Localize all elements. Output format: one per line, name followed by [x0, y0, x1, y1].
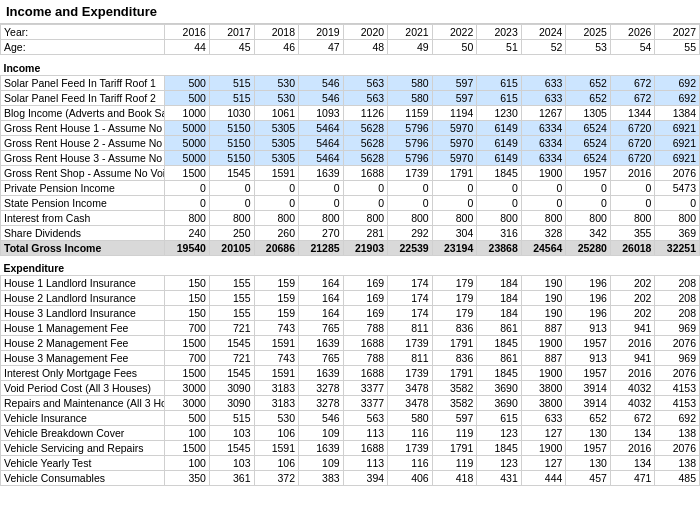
income-cell: 240	[165, 225, 210, 240]
income-row: Solar Panel Feed In Tariff Roof 25005155…	[1, 90, 700, 105]
expenditure-cell: 1591	[254, 336, 299, 351]
income-cell: 1500	[165, 165, 210, 180]
age-54: 54	[610, 40, 655, 55]
income-cell: 304	[432, 225, 477, 240]
expenditure-cell: 580	[388, 411, 433, 426]
expenditure-cell: 350	[165, 471, 210, 486]
income-cell: 5150	[209, 135, 254, 150]
income-cell: 515	[209, 90, 254, 105]
income-cell: 5000	[165, 135, 210, 150]
expenditure-cell: 174	[388, 276, 433, 291]
expenditure-cell: 2016	[610, 366, 655, 381]
income-cell: 546	[299, 75, 344, 90]
income-cell: 355	[610, 225, 655, 240]
income-row-label: Solar Panel Feed In Tariff Roof 2	[1, 90, 165, 105]
expenditure-row: Vehicle Yearly Test100103106109113116119…	[1, 456, 700, 471]
expenditure-cell: 383	[299, 471, 344, 486]
income-row-label: Blog Income (Adverts and Book Sales)	[1, 105, 165, 120]
income-cell: 342	[566, 225, 611, 240]
expenditure-cell: 2016	[610, 441, 655, 456]
expenditure-cell: 3582	[432, 396, 477, 411]
expenditure-cell: 913	[566, 321, 611, 336]
income-cell: 6720	[610, 135, 655, 150]
expenditure-cell: 3000	[165, 381, 210, 396]
expenditure-cell: 150	[165, 276, 210, 291]
income-cell: 597	[432, 75, 477, 90]
income-cell: 260	[254, 225, 299, 240]
expenditure-cell: 4032	[610, 396, 655, 411]
income-cell: 0	[477, 180, 522, 195]
income-cell: 5970	[432, 135, 477, 150]
expenditure-cell: 1739	[388, 366, 433, 381]
income-cell: 5150	[209, 120, 254, 135]
expenditure-cell: 788	[343, 321, 388, 336]
income-cell: 0	[254, 195, 299, 210]
income-cell: 800	[477, 210, 522, 225]
year-2025: 2025	[566, 25, 611, 40]
expenditure-cell: 196	[566, 276, 611, 291]
age-47: 47	[299, 40, 344, 55]
expenditure-cell: 836	[432, 351, 477, 366]
income-row: Blog Income (Adverts and Book Sales)1000…	[1, 105, 700, 120]
income-cell: 1030	[209, 105, 254, 120]
expenditure-cell: 179	[432, 306, 477, 321]
expenditure-row: Vehicle Consumables350361372383394406418…	[1, 471, 700, 486]
expenditure-cell: 394	[343, 471, 388, 486]
income-cell: 0	[299, 180, 344, 195]
income-row-label: Gross Rent House 2 - Assume No Void	[1, 135, 165, 150]
expenditure-cell: 546	[299, 411, 344, 426]
income-cell: 800	[432, 210, 477, 225]
expenditure-cell: 4153	[655, 396, 700, 411]
expenditure-cell: 861	[477, 321, 522, 336]
expenditure-cell: 633	[521, 411, 566, 426]
expenditure-cell: 530	[254, 411, 299, 426]
expenditure-cell: 597	[432, 411, 477, 426]
income-cell: 5305	[254, 120, 299, 135]
income-cell: 5628	[343, 150, 388, 165]
expenditure-cell: 3690	[477, 381, 522, 396]
income-cell: 5628	[343, 120, 388, 135]
year-2024: 2024	[521, 25, 566, 40]
year-label: Year:	[1, 25, 165, 40]
income-cell: 270	[299, 225, 344, 240]
income-cell: 0	[521, 195, 566, 210]
income-cell: 6334	[521, 135, 566, 150]
income-cell: 369	[655, 225, 700, 240]
expenditure-cell: 700	[165, 351, 210, 366]
income-cell: 1591	[254, 165, 299, 180]
expenditure-cell: 4032	[610, 381, 655, 396]
income-cell: 0	[432, 180, 477, 195]
expenditure-cell: 1688	[343, 366, 388, 381]
income-cell: 530	[254, 90, 299, 105]
expenditure-cell: 1500	[165, 336, 210, 351]
expenditure-cell: 765	[299, 351, 344, 366]
expenditure-row-label: House 1 Landlord Insurance	[1, 276, 165, 291]
expenditure-cell: 406	[388, 471, 433, 486]
expenditure-cell: 169	[343, 291, 388, 306]
income-cell: 1305	[566, 105, 611, 120]
tgi-2021: 22539	[388, 240, 433, 255]
income-cell: 597	[432, 90, 477, 105]
income-cell: 0	[655, 195, 700, 210]
income-cell: 6149	[477, 120, 522, 135]
income-row: Solar Panel Feed In Tariff Roof 15005155…	[1, 75, 700, 90]
expenditure-cell: 103	[209, 426, 254, 441]
income-cell: 800	[566, 210, 611, 225]
expenditure-cell: 3914	[566, 396, 611, 411]
expenditure-cell: 164	[299, 291, 344, 306]
expenditure-row-label: Vehicle Yearly Test	[1, 456, 165, 471]
expenditure-cell: 969	[655, 351, 700, 366]
tgi-2026: 26018	[610, 240, 655, 255]
expenditure-cell: 1545	[209, 336, 254, 351]
income-cell: 1344	[610, 105, 655, 120]
expenditure-row: Repairs and Maintenance (All 3 Houses)30…	[1, 396, 700, 411]
age-label: Age:	[1, 40, 165, 55]
expenditure-row: House 1 Management Fee700721743765788811…	[1, 321, 700, 336]
expenditure-cell: 1845	[477, 366, 522, 381]
income-cell: 1230	[477, 105, 522, 120]
income-cell: 6334	[521, 120, 566, 135]
expenditure-cell: 123	[477, 426, 522, 441]
income-label: Income	[1, 61, 700, 76]
income-cell: 615	[477, 75, 522, 90]
income-cell: 6720	[610, 120, 655, 135]
